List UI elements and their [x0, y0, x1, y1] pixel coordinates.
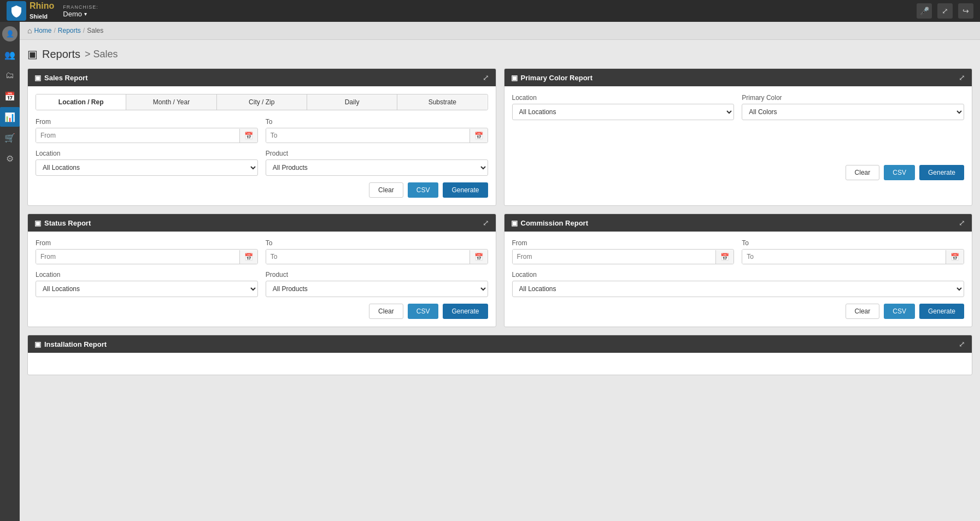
color-action-row: Clear CSV Generate — [512, 165, 965, 180]
logo-shield — [7, 1, 26, 21]
status-location-select[interactable]: All Locations — [36, 281, 258, 297]
sales-to-input[interactable] — [266, 128, 470, 143]
reports-icon: ▣ — [27, 48, 38, 61]
commission-generate-button[interactable]: Generate — [919, 304, 964, 319]
page-content: ▣ Reports > Sales ▣ Sales Report ⤢ — [20, 40, 980, 521]
sidebar-item-calendar[interactable]: 📅 — [0, 86, 20, 106]
sales-location-group: Location All Locations — [36, 150, 258, 176]
color-clear-button[interactable]: Clear — [846, 165, 880, 180]
sales-report-card: ▣ Sales Report ⤢ Location / Rep Month / … — [27, 68, 496, 206]
commission-from-calendar-button[interactable]: 📅 — [715, 250, 733, 264]
color-generate-button[interactable]: Generate — [919, 165, 964, 180]
status-from-to-row: From 📅 To 📅 — [36, 239, 488, 264]
sidebar-item-users[interactable]: 👥 — [0, 45, 20, 64]
commission-to-input[interactable] — [742, 250, 946, 264]
status-to-calendar-button[interactable]: 📅 — [470, 250, 488, 264]
commission-location-label: Location — [512, 271, 965, 279]
tab-substrate[interactable]: Substrate — [397, 94, 487, 110]
installation-report-card: ▣ Installation Report ⤢ — [27, 335, 972, 375]
content-area: ⌂ Home / Reports / Sales ▣ Reports > Sal… — [20, 22, 980, 521]
status-from-calendar-button[interactable]: 📅 — [239, 250, 257, 264]
status-from-input[interactable] — [36, 250, 239, 264]
sales-from-calendar-button[interactable]: 📅 — [239, 129, 257, 143]
commission-to-group: To 📅 — [742, 239, 964, 264]
chart-icon-2: ▣ — [511, 74, 518, 82]
top-bar: RhinoShield FRANCHISE: Demo ▾ 🎤 ⤢ ↪ — [0, 0, 980, 22]
dropdown-arrow-icon: ▾ — [84, 11, 87, 17]
franchise-name: Demo ▾ — [63, 10, 98, 18]
sales-report-title: ▣ Sales Report — [34, 74, 87, 82]
status-action-row: Clear CSV Generate — [36, 304, 488, 319]
chart-icon-5: ▣ — [34, 340, 41, 348]
installation-report-expand-button[interactable]: ⤢ — [959, 340, 965, 348]
color-location-select[interactable]: All Locations — [512, 104, 735, 120]
status-report-card: ▣ Status Report ⤢ From 📅 — [27, 214, 496, 327]
sales-action-row: Clear CSV Generate — [36, 182, 488, 198]
franchise-label: FRANCHISE: — [63, 4, 98, 10]
status-location-label: Location — [36, 271, 258, 279]
primary-color-expand-button[interactable]: ⤢ — [959, 73, 965, 82]
status-report-header: ▣ Status Report ⤢ — [28, 214, 496, 232]
commission-from-input-wrapper: 📅 — [512, 249, 735, 264]
commission-location-group: Location All Locations — [512, 271, 965, 297]
sales-clear-button[interactable]: Clear — [369, 182, 403, 198]
commission-from-input[interactable] — [513, 250, 716, 264]
breadcrumb-home[interactable]: Home — [34, 27, 51, 34]
sidebar-item-files[interactable]: 🗂 — [0, 66, 20, 85]
microphone-button[interactable]: 🎤 — [917, 3, 932, 19]
chart-icon-4: ▣ — [511, 219, 518, 227]
sidebar-item-shop[interactable]: 🛒 — [0, 128, 20, 147]
sidebar-item-avatar[interactable]: 👤 — [0, 24, 20, 44]
page-subtitle: > Sales — [85, 49, 118, 60]
commission-loc-row: Location All Locations — [512, 271, 965, 297]
avatar: 👤 — [2, 26, 17, 42]
logo: RhinoShield — [7, 1, 54, 21]
chart-icon: ▣ — [34, 74, 41, 82]
status-report-expand-button[interactable]: ⤢ — [483, 218, 489, 227]
sidebar-item-settings[interactable]: ⚙ — [0, 149, 20, 168]
status-to-group: To 📅 — [266, 239, 488, 264]
status-location-group: Location All Locations — [36, 271, 258, 297]
breadcrumb: ⌂ Home / Reports / Sales — [20, 22, 980, 40]
color-location-group: Location All Locations — [512, 94, 735, 120]
tab-daily[interactable]: Daily — [307, 94, 397, 110]
sales-location-select[interactable]: All Locations — [36, 159, 258, 176]
app-body: 👤 👥 🗂 📅 📊 🛒 ⚙ ⌂ Home / Reports / Sales ▣… — [0, 22, 980, 521]
commission-to-calendar-button[interactable]: 📅 — [946, 250, 964, 264]
sales-to-calendar-button[interactable]: 📅 — [470, 129, 488, 143]
logout-button[interactable]: ↪ — [958, 3, 973, 19]
sales-product-select[interactable]: All Products — [266, 159, 488, 176]
color-primary-select[interactable]: All Colors — [742, 104, 964, 120]
color-primary-label: Primary Color — [742, 94, 964, 102]
sidebar-item-reports[interactable]: 📊 — [0, 107, 20, 127]
status-generate-button[interactable]: Generate — [443, 304, 488, 319]
status-to-input[interactable] — [266, 250, 470, 264]
sidebar: 👤 👥 🗂 📅 📊 🛒 ⚙ — [0, 22, 20, 521]
sales-report-expand-button[interactable]: ⤢ — [483, 73, 489, 82]
status-product-group: Product All Products — [266, 271, 488, 297]
status-csv-button[interactable]: CSV — [408, 304, 439, 319]
tab-month-year[interactable]: Month / Year — [126, 94, 216, 110]
expand-window-button[interactable]: ⤢ — [937, 3, 953, 19]
sales-report-header: ▣ Sales Report ⤢ — [28, 69, 496, 86]
color-report-spacer — [512, 127, 965, 159]
status-clear-button[interactable]: Clear — [369, 304, 403, 319]
sales-from-input[interactable] — [36, 128, 239, 143]
breadcrumb-reports[interactable]: Reports — [58, 27, 81, 34]
color-primary-group: Primary Color All Colors — [742, 94, 964, 120]
commission-action-row: Clear CSV Generate — [512, 304, 965, 319]
color-csv-button[interactable]: CSV — [884, 165, 915, 180]
status-to-label: To — [266, 239, 488, 247]
commission-location-select[interactable]: All Locations — [512, 281, 965, 297]
tab-location-rep[interactable]: Location / Rep — [36, 94, 126, 110]
commission-clear-button[interactable]: Clear — [846, 304, 880, 319]
sales-generate-button[interactable]: Generate — [443, 182, 488, 198]
commission-report-expand-button[interactable]: ⤢ — [959, 218, 965, 227]
sales-csv-button[interactable]: CSV — [408, 182, 439, 198]
tab-city-zip[interactable]: City / Zip — [217, 94, 307, 110]
status-loc-prod-row: Location All Locations Product All Produ… — [36, 271, 488, 297]
commission-csv-button[interactable]: CSV — [884, 304, 915, 319]
status-product-select[interactable]: All Products — [266, 281, 488, 297]
primary-color-report-card: ▣ Primary Color Report ⤢ Location All Lo… — [504, 68, 973, 206]
page-title-row: ▣ Reports > Sales — [27, 48, 972, 61]
